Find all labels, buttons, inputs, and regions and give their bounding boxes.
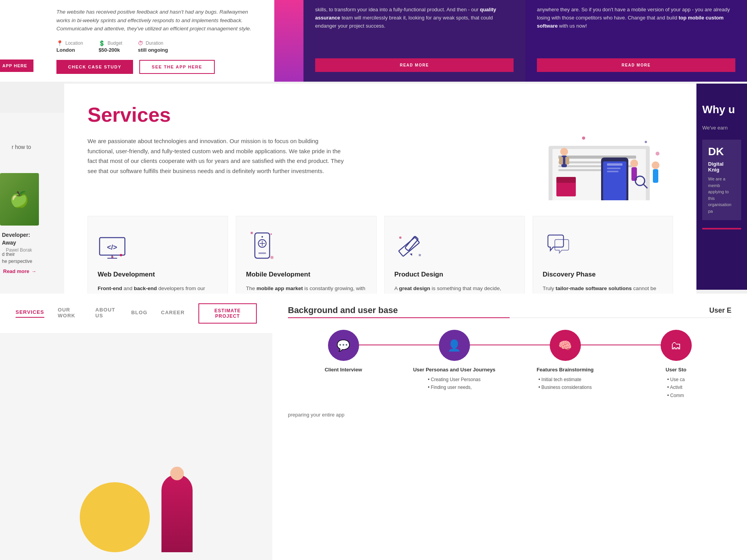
discovery-icon (543, 232, 574, 259)
step-3-circle: 🧠 (550, 330, 581, 361)
step-2-bullet-2: Finding user needs, (428, 383, 481, 391)
product-design-title: Product Design (395, 271, 515, 278)
budget-icon: 💲 (98, 40, 105, 46)
budget-label: Budget (107, 40, 122, 46)
location-value: London (56, 47, 83, 53)
figure-girl (161, 474, 193, 552)
away-desc: d theirhe perspective (2, 251, 32, 265)
card-buttons: CHECK CASE STUDY SEE THE APP HERE (56, 60, 263, 74)
step-4-bullet-1: Use ca (667, 376, 685, 383)
see-app-here-button[interactable]: SEE THE APP HERE (139, 60, 215, 74)
svg-point-14 (560, 148, 568, 156)
dark-card-2-read-more-button[interactable]: READ MORE (537, 58, 735, 72)
step-4-icon: 🗂 (671, 339, 682, 352)
dk-logo-card: DK Digital Knig We are a memb applying t… (702, 140, 741, 220)
step-4-circle: 🗂 (661, 330, 692, 361)
user-e-title: User E (698, 306, 731, 315)
dark-card-2: anywhere they are. So if you don't have … (525, 0, 747, 82)
dark-card-1: skills, to transform your idea into a fu… (303, 0, 525, 82)
mobile-dev-icon (248, 231, 275, 260)
step-2-bullet-1: Creating User Personas (428, 376, 481, 383)
dk-company-name: Digital Knig (708, 161, 735, 173)
step-client-interview: 💬 Client Interview (288, 330, 399, 376)
dark-card-1-read-more-button[interactable]: READ MORE (315, 58, 514, 72)
nav-item-career[interactable]: CAREER (161, 310, 185, 317)
step-user-stories: 🗂 User Sto Use ca Activit Comm (621, 330, 731, 399)
app-here-button[interactable]: APP HERE (0, 60, 33, 72)
left-partial-card: APP HERE (0, 0, 45, 82)
location-icon: 📍 (56, 40, 63, 46)
left-overlap-panel: r how to 🍏 Developer: Away d theirhe per… (0, 113, 64, 299)
mobile-dev-title: Mobile Development (246, 271, 366, 278)
nav-item-blog[interactable]: BLOG (131, 310, 147, 317)
svg-point-36 (261, 236, 263, 238)
discovery-title: Discovery Phase (543, 271, 663, 278)
step-4-bullet-3: Comm (667, 392, 685, 399)
location-label: Location (65, 40, 83, 46)
mobile-dev-icon-area (246, 230, 277, 261)
dk-logo-icon: DK (708, 145, 735, 158)
services-title: Services (88, 103, 344, 126)
middle-partial-card (274, 0, 303, 82)
nav-item-services[interactable]: SERVICES (16, 309, 44, 318)
step-4-bullets: Use ca Activit Comm (667, 376, 685, 399)
check-case-study-button[interactable]: CHECK CASE STUDY (56, 60, 133, 74)
right-overlap-panel: Why u We've earn DK Digital Knig We are … (696, 84, 747, 290)
step-2-bullets: Creating User Personas Finding user need… (428, 376, 481, 392)
discovery-underline (288, 317, 731, 318)
step-1-icon: 💬 (337, 339, 350, 352)
services-left: Services We are passionate about technol… (88, 103, 344, 176)
figure-head (170, 467, 184, 480)
svg-rect-9 (607, 163, 622, 166)
step-user-personas: 👤 User Personas and User Journeys Creati… (399, 330, 510, 392)
step-2-label: User Personas and User Journeys (413, 367, 496, 373)
svg-rect-23 (653, 169, 658, 183)
top-section: APP HERE The website has received positi… (0, 0, 747, 82)
how-to-text: r how to (6, 136, 37, 150)
right-section: skills, to transform your idea into a fu… (303, 0, 747, 82)
services-illustration (525, 91, 673, 200)
step-3-bullet-2: Business considerations (538, 383, 592, 391)
discovery-section-title: Background and user base User E (288, 305, 731, 315)
budget-value: $50-200k (98, 47, 122, 53)
step-3-label: Features Brainstorming (537, 367, 594, 373)
review-card: The website has received positive feedba… (45, 0, 274, 82)
duration-meta: ⏱ Duration still ongoing (138, 40, 168, 53)
weve-earned-text: We've earn (696, 124, 747, 132)
svg-rect-13 (556, 177, 576, 183)
location-meta: 📍 Location London (56, 40, 83, 53)
svg-point-48 (419, 254, 421, 256)
duration-icon: ⏱ (138, 40, 143, 46)
product-design-icon-area (395, 230, 426, 261)
bottom-left-panel: SERVICES OUR WORK ABOUT US BLOG CAREER E… (0, 294, 272, 560)
estimate-project-button[interactable]: ESTIMATE PROJECT (198, 303, 257, 324)
background-user-base-title: Background and user base (288, 305, 398, 315)
bottom-right-panel: Background and user base User E 💬 Client… (272, 294, 747, 560)
discovery-steps: 💬 Client Interview 👤 User Personas and U… (288, 330, 731, 399)
svg-rect-44 (398, 237, 419, 256)
nav-item-about-us[interactable]: ABOUT US (95, 307, 117, 320)
web-dev-icon: </> (98, 232, 129, 259)
discovery-icon-area (543, 230, 574, 261)
step-1-circle: 💬 (328, 330, 359, 361)
dark-card-2-text: anywhere they are. So if you don't have … (537, 6, 735, 30)
bottom-illustration (64, 467, 208, 560)
step-4-label: User Sto (666, 367, 686, 373)
product-design-icon (395, 232, 426, 259)
dk-accent-bar (702, 228, 741, 229)
svg-point-47 (399, 236, 402, 239)
tech-illustration-svg (525, 91, 673, 200)
review-text: The website has received positive feedba… (56, 8, 263, 33)
svg-point-26 (656, 152, 659, 156)
services-header: Services We are passionate about technol… (88, 103, 673, 200)
nav-item-our-work[interactable]: OUR WORK (58, 307, 82, 320)
bottom-section: SERVICES OUR WORK ABOUT US BLOG CAREER E… (0, 294, 747, 560)
svg-point-24 (582, 136, 585, 140)
meta-row: 📍 Location London 💲 Budget $50-200k ⏱ Du… (56, 40, 263, 53)
step-2-icon: 👤 (447, 339, 461, 352)
yellow-circle-decoration (80, 482, 150, 552)
services-description: We are passionate about technologies and… (88, 136, 344, 176)
svg-rect-16 (559, 157, 563, 164)
read-more-link[interactable]: Read more (3, 268, 36, 274)
duration-label: Duration (146, 40, 163, 46)
